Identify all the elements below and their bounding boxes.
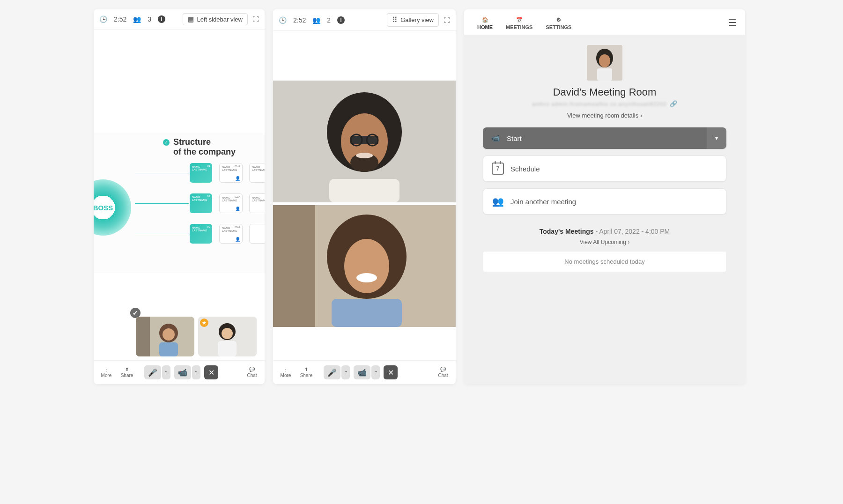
svg-point-22 [356,273,377,282]
copy-link-icon[interactable]: 🔗 [670,100,677,107]
thumbnail-row [136,317,257,356]
node-white-1a: NAMELASTNAME 01/A 👤 [219,163,243,183]
node-white-2b: NAMELASTNAME 02/A 👤 [249,193,265,213]
share-button[interactable]: ⬆ Share [118,367,136,378]
tab-settings[interactable]: ⚙ SETTINGS [539,15,578,35]
chat-icon: 💬 [440,367,446,372]
svg-point-7 [222,328,233,339]
left-time: 2:52 [114,15,126,23]
share-button[interactable]: ⬆ Share [297,367,315,378]
camera-control[interactable]: 📹 ⌃ [174,365,200,379]
mic-icon[interactable]: 🎤 [324,365,340,379]
svg-rect-8 [218,341,237,356]
left-topbar: 2:52 3 Left sidebar view [94,9,265,30]
right-body: David's Meeting Room anthro admin.firstn… [464,35,745,384]
mic-icon[interactable]: 🎤 [144,365,161,379]
svg-rect-4 [159,342,178,356]
camera-dropdown-icon[interactable]: ⌃ [192,365,200,379]
room-url: anthro admin.firstnameathis co.anynthosa… [532,101,666,107]
star-badge-icon [200,319,208,327]
node-green-3: NAMELASTNAME 03 [190,224,212,244]
gallery-view-label: Gallery view [400,16,434,23]
mic-dropdown-icon[interactable]: ⌃ [162,365,170,379]
boss-circle: BOSS [94,179,131,236]
camera-icon[interactable]: 📹 [174,365,191,379]
people-icon [312,16,320,24]
thumbnail-person-1[interactable] [136,317,194,356]
view-all-upcoming[interactable]: View All Upcoming [580,239,630,245]
share-icon: ⬆ [125,367,129,372]
room-title: David's Meeting Room [553,86,657,98]
schedule-button[interactable]: 7 Schedule [483,156,726,182]
video-tile-1[interactable] [273,81,456,202]
gear-icon: ⚙ [556,17,561,23]
middle-bottombar: ⋮ More ⬆ Share 🎤 ⌃ 📹 ⌃ ✕ 💬 Chat [273,360,456,384]
fullscreen-icon[interactable] [252,15,259,23]
mic-control[interactable]: 🎤 ⌃ [144,365,170,379]
svg-rect-23 [332,299,402,327]
action-row: 📹 Start ▾ 7 Schedule 👥 Join another meet… [483,127,726,215]
start-dropdown[interactable]: ▾ [707,127,726,149]
left-panel: 2:52 3 Left sidebar view Structure of th… [94,9,265,384]
check-bullet-icon [163,139,170,146]
camera-control[interactable]: 📹 ⌃ [354,365,380,379]
clock-icon [279,16,287,24]
left-sidebar-view-button[interactable]: Left sidebar view [183,13,248,25]
more-button[interactable]: ⋮ More [277,367,295,378]
chat-button[interactable]: 💬 Chat [434,367,452,378]
leave-call-button[interactable]: ✕ [204,365,218,379]
node-green-2: NAMELASTNAME 02 [190,193,212,213]
more-icon: ⋮ [104,367,109,372]
right-header: 🏠 HOME 📅 MEETINGS ⚙ SETTINGS ☰ [464,9,745,35]
view-meeting-room-details[interactable]: View meeting room details [567,112,642,119]
join-button[interactable]: 👥 Join another meeting [483,188,726,215]
thumbnail-person-2[interactable] [198,317,257,356]
mic-dropdown-icon[interactable]: ⌃ [341,365,350,379]
mic-control[interactable]: 🎤 ⌃ [324,365,350,379]
todays-meetings-header: Today's Meetings - April 07, 2022 - 4:00… [540,228,670,235]
camera-icon[interactable]: 📹 [354,365,370,379]
more-button[interactable]: ⋮ More [97,367,115,378]
info-icon[interactable] [337,16,345,24]
home-icon: 🏠 [482,17,488,23]
info-icon[interactable] [158,15,165,23]
camera-dropdown-icon[interactable]: ⌃ [371,365,380,379]
calendar-7-icon: 7 [492,163,504,175]
node-white-2a: NAMELASTNAME 02/A 👤 [219,193,243,213]
tab-home[interactable]: 🏠 HOME [471,15,499,35]
svg-rect-12 [350,136,378,144]
node-white-1b: NAMELASTNAME 01/A [249,163,265,183]
tab-meetings[interactable]: 📅 MEETINGS [499,15,539,35]
fullscreen-icon[interactable] [444,16,450,24]
start-button-group: 📹 Start ▾ [483,127,726,149]
left-content: Structure of the company BOSS NAMELASTNA… [94,30,265,360]
svg-point-26 [599,54,610,67]
video-tile-2[interactable] [273,205,456,327]
chat-button[interactable]: 💬 Chat [243,367,261,378]
share-icon: ⬆ [304,367,308,372]
left-participants: 3 [148,15,151,23]
org-title: Structure of the company [173,137,236,157]
hamburger-menu[interactable]: ☰ [726,14,739,35]
middle-time: 2:52 [293,16,306,24]
leave-call-button[interactable]: ✕ [384,365,398,379]
svg-point-3 [163,328,175,341]
right-panel: 🏠 HOME 📅 MEETINGS ⚙ SETTINGS ☰ [464,9,745,384]
boss-label: BOSS [94,204,113,212]
svg-rect-17 [329,179,399,202]
start-button[interactable]: 📹 Start [483,127,707,149]
node-green-1: NAMELASTNAME 01 [190,163,212,183]
gallery-view-button[interactable]: Gallery view [387,13,439,27]
left-bottombar: ⋮ More ⬆ Share 🎤 ⌃ 📹 ⌃ ✕ 💬 Chat [94,360,265,384]
svg-point-16 [356,153,373,158]
sidebar-view-icon [188,15,194,23]
no-meetings-message: No meetings scheduled today [483,251,726,272]
clock-icon [99,15,107,23]
grid-icon [392,15,398,24]
node-white-3b: 03/ [249,224,265,244]
middle-content [273,31,456,360]
svg-rect-1 [136,317,150,356]
room-url-row: anthro admin.firstnameathis co.anynthosa… [532,100,677,107]
people-icon [133,15,141,23]
middle-participants: 2 [327,16,331,24]
